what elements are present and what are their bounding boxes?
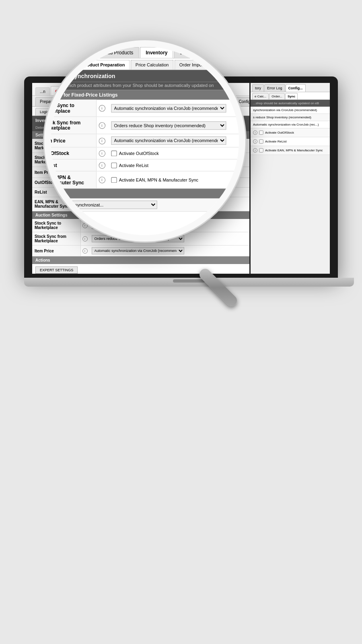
mag-tab-prev[interactable]: ...n <box>44 40 56 45</box>
mag-row-label-stock-to: Stock Sync toMarketplace <box>44 100 96 117</box>
mag-partial-select[interactable]: Automatic synchronizat... <box>51 200 157 209</box>
right-checkbox-label-1: Activate OutOfStock <box>265 131 294 134</box>
mag-partial-row: i Automatic synchronizat... <box>44 198 245 212</box>
right-sub-tabs: e Calc... Order... Sync <box>251 92 330 100</box>
right-checkbox-1[interactable] <box>259 130 263 134</box>
mag-sub-tabs: Login Details Product Preparation Price … <box>44 58 245 70</box>
mag-info-icon-3[interactable]: i <box>99 138 105 144</box>
right-info-icon[interactable]: i <box>253 130 257 135</box>
mag-nav-tab-prepare[interactable]: Prepare Products <box>44 47 90 58</box>
magnifier-container: ...n ebay Rakuten Etsy Google S... Prepa… <box>44 40 245 242</box>
expert-settings-button[interactable]: EXPERT SETTINGS <box>35 266 78 274</box>
mag-relist-text: Activate ReList <box>119 163 148 167</box>
right-nav-tabs: tory Error Log Config... <box>251 83 330 92</box>
mag-outofstock-label: Activate OutOfStock <box>111 151 245 156</box>
mag-fixed-price-header: Settings for Fixed-Price Listings <box>44 90 245 99</box>
mag-nav-tab-upload[interactable]: Upload Products <box>92 47 139 58</box>
mag-tab-ebay[interactable]: ebay <box>56 40 80 45</box>
right-nav-tab-inventory[interactable]: tory <box>252 84 264 92</box>
mag-table-row: EAN, MPN &Manufacuter Sync i Activate EA… <box>44 171 245 188</box>
mag-info-5[interactable]: i <box>96 159 107 171</box>
right-sub-tab-sync[interactable]: Sync <box>285 93 298 99</box>
mag-settings-table: Stock Sync toMarketplace i Automatic syn… <box>44 100 245 189</box>
mag-sub-tab-order[interactable]: Order Import <box>175 60 210 70</box>
mag-row-val-relist: Activate ReList <box>107 159 245 171</box>
right-panel-overlay: tory Error Log Config... e Calc... Order… <box>249 83 330 274</box>
laptop-base <box>24 278 354 287</box>
right-checkbox-2[interactable] <box>259 139 263 143</box>
mag-relist-label: Activate ReList <box>111 162 245 168</box>
mag-marketplace-tabs: ...n ebay Rakuten Etsy Google S... <box>44 40 245 45</box>
mag-ean-text: Activate EAN, MPN & Manufacuter Sync <box>119 178 198 182</box>
mag-info-4[interactable]: i <box>96 147 107 159</box>
mag-section-header: Inventory Synchronization <box>44 70 245 82</box>
mag-info-1[interactable]: i <box>96 100 107 117</box>
mag-ean-label: Activate EAN, MPN & Manufacuter Sync <box>111 177 245 183</box>
mag-row-label-stock-from: Stock Sync fromMarketplace <box>44 117 96 134</box>
auction-item-price-select[interactable]: Automatic synchronization via CronJob (r… <box>92 247 184 254</box>
mag-tab-etsy[interactable]: Etsy <box>113 40 134 45</box>
mag-row-val-stock-to: Automatic synchronization via CronJob (r… <box>107 100 245 117</box>
mag-partial-header: ...tings <box>44 189 245 198</box>
mag-ean-checkbox[interactable] <box>111 177 117 183</box>
right-sub-tab-order[interactable]: Order... <box>269 93 285 99</box>
mag-relist-checkbox[interactable] <box>111 162 117 168</box>
mag-row-label-ean: EAN, MPN &Manufacuter Sync <box>44 171 96 188</box>
mag-partial-info[interactable]: i <box>44 202 49 208</box>
mag-table-row: Stock Sync toMarketplace i Automatic syn… <box>44 100 245 117</box>
mag-sub-tab-login[interactable]: Login Details <box>44 60 76 70</box>
mag-table-row: ReList i Activate ReList <box>44 159 245 171</box>
mag-row-val-outofstock: Activate OutOfStock <box>107 147 245 159</box>
mag-outofstock-text: Activate OutOfStock <box>119 151 159 156</box>
mag-info-icon-5[interactable]: i <box>99 162 105 169</box>
mag-sub-tab-price-calc[interactable]: Price Calculation <box>131 60 174 70</box>
magnifier-circle: ...n ebay Rakuten Etsy Google S... Prepa… <box>44 40 245 242</box>
mag-info-icon-1[interactable]: i <box>99 105 105 112</box>
laptop-base-notch <box>173 279 205 283</box>
auction-row-label-3: Item Price <box>32 246 80 256</box>
mag-info-icon-2[interactable]: i <box>99 122 105 129</box>
right-row-5: iActivate ReList <box>251 137 330 146</box>
mag-nav-tabs: Prepare Products Upload Products Invento… <box>44 45 245 58</box>
mag-info-3[interactable]: i <box>96 134 107 147</box>
mag-table-row: Stock Sync fromMarketplace i Orders redu… <box>44 117 245 134</box>
mag-outofstock-checkbox[interactable] <box>111 151 117 156</box>
mag-stock-sync-from-select[interactable]: Orders reduce Shop inventory (recommende… <box>111 121 226 130</box>
auction-info-icon-3[interactable]: i <box>82 248 88 254</box>
mag-tab-rakuten[interactable]: Rakuten <box>81 40 111 45</box>
mag-info-2[interactable]: i <box>96 117 107 134</box>
mag-stock-sync-to-select[interactable]: Automatic synchronization via CronJob (r… <box>111 104 226 112</box>
mag-row-label-outofstock: OutOfStock <box>44 147 96 159</box>
right-nav-tab-config[interactable]: Config... <box>286 84 306 92</box>
right-row-4: iActivate OutOfStock <box>251 128 330 137</box>
mag-row-val-ean: Activate EAN, MPN & Manufacuter Sync <box>107 171 245 188</box>
right-nav-tab-error[interactable]: Error Log <box>264 84 285 92</box>
mag-row-val-stock-from: Orders reduce Shop inventory (recommende… <box>107 117 245 134</box>
mag-info-6[interactable]: i <box>96 171 107 188</box>
right-checkbox-label-2: Activate ReList <box>265 140 286 143</box>
mag-tab-google[interactable]: Google S... <box>134 40 169 45</box>
mag-nav-tab-inventory[interactable]: Inventory <box>140 47 173 58</box>
right-section-desc: ...shop should be automatically updated … <box>251 100 330 107</box>
mag-table-row: OutOfStock i Activate OutOfStock <box>44 147 245 159</box>
right-row-2: s reduce Shop inventory (recommended) <box>251 114 330 121</box>
mag-row-label-relist: ReList <box>44 159 96 171</box>
mag-info-icon-4[interactable]: i <box>99 150 105 157</box>
right-info-icon-3[interactable]: i <box>253 148 257 153</box>
mag-nav-tab-error[interactable]: Error Log <box>174 47 206 58</box>
mag-item-price-select[interactable]: Automatic synchronization via CronJob (r… <box>111 136 226 145</box>
magnified-ui: ...n ebay Rakuten Etsy Google S... Prepa… <box>44 40 245 242</box>
right-row-6: iActivate EAN, MPN & Manufacuter Sync <box>251 146 330 155</box>
right-row-1: synchronization via CronJob (recommended… <box>251 107 330 114</box>
mag-row-label-item-price: Item Price <box>44 134 96 147</box>
auction-info-3[interactable]: i <box>80 246 89 256</box>
right-checkbox-label-3: Activate EAN, MPN & Manufacuter Sync <box>265 149 323 152</box>
right-row-3: Automatic synchronization via CronJob (r… <box>251 121 330 128</box>
mag-info-icon-6[interactable]: i <box>99 177 105 184</box>
mag-table-row: Item Price i Automatic synchronization v… <box>44 134 245 147</box>
mag-section-desc: Determine which product attributes from … <box>44 82 245 90</box>
mag-sub-tab-product-prep[interactable]: Product Preparation <box>78 60 130 70</box>
right-sub-tab-price[interactable]: e Calc... <box>252 93 269 99</box>
right-checkbox-3[interactable] <box>259 148 263 152</box>
right-info-icon-2[interactable]: i <box>253 139 257 144</box>
